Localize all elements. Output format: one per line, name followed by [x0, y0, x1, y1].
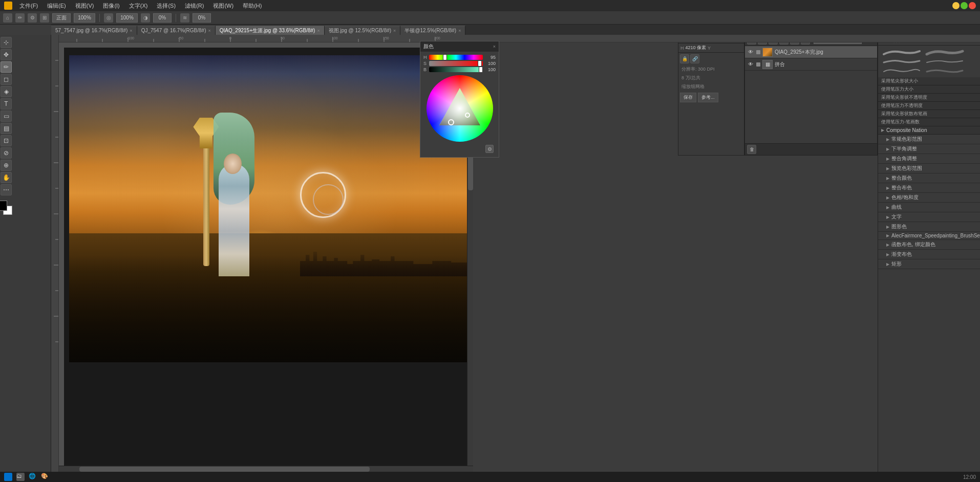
brush-item-2[interactable]: ▶ 下半角调整: [878, 144, 980, 154]
menu-file[interactable]: 文件(F): [15, 1, 42, 11]
menu-help[interactable]: 帮助(H): [239, 1, 266, 11]
tool-brush[interactable]: ✏: [1, 61, 12, 73]
brush-item-4[interactable]: ▶ 预览色彩范围: [878, 164, 980, 173]
menu-window[interactable]: 视图(W): [209, 1, 238, 11]
blend-mode-input[interactable]: [52, 13, 71, 23]
flow-icon[interactable]: ≋: [180, 13, 189, 23]
stroke-preview-6[interactable]: [924, 67, 965, 75]
close-button[interactable]: [969, 2, 976, 9]
brush-item-6[interactable]: ▶ 整合布色: [878, 183, 980, 193]
opacity-input[interactable]: [153, 13, 172, 23]
tab-3[interactable]: QIAQ_29215+生涯.jpg @ 33.6%(RGB/8#) ×: [216, 26, 325, 35]
trash-layer-btn[interactable]: 🗑: [747, 145, 756, 154]
tool-move[interactable]: ✥: [1, 49, 12, 60]
sat-thumb[interactable]: [478, 60, 482, 67]
stroke-preview-2[interactable]: [924, 48, 965, 56]
tab-5[interactable]: 半顿@12.5%(RGB/8#) ×: [400, 26, 465, 35]
color-panel-close[interactable]: ×: [493, 44, 496, 49]
tool-eyedrop[interactable]: ⊘: [1, 147, 12, 159]
brightness-slider[interactable]: [429, 67, 483, 72]
brush-link-btn[interactable]: 🔗: [690, 54, 699, 63]
save-btn[interactable]: 保存: [680, 93, 696, 102]
taskbar-krita[interactable]: 🎨: [41, 473, 49, 481]
layer-row-2[interactable]: 👁 ▦ 拼合: [745, 58, 877, 71]
brush-item-8[interactable]: ▶ 曲线: [878, 203, 980, 212]
size-percent-input[interactable]: [116, 13, 138, 23]
layer-row-1[interactable]: 👁 QIAQ_2925+本完.jpg: [745, 46, 877, 58]
tab-1-close[interactable]: ×: [130, 28, 132, 33]
tool-home-icon[interactable]: ⌂: [3, 13, 12, 23]
tool-select[interactable]: ⊹: [1, 37, 12, 48]
layer-2-visibility[interactable]: 👁: [747, 61, 754, 68]
tab-3-close[interactable]: ×: [317, 28, 319, 33]
hue-slider[interactable]: [429, 55, 483, 60]
flow-input[interactable]: [193, 13, 211, 23]
wheel-cursor[interactable]: [465, 113, 470, 118]
stroke-preview-1[interactable]: [881, 48, 922, 56]
tool-fill[interactable]: ◈: [1, 86, 12, 97]
layer-1-visibility[interactable]: 👁: [747, 49, 754, 56]
brush-item-5[interactable]: ▶ 整合颜色: [878, 173, 980, 183]
tool-pencil-icon[interactable]: ✏: [15, 13, 25, 23]
tool-settings-icon[interactable]: ⚙: [28, 13, 37, 23]
menu-edit[interactable]: 编辑(E): [43, 1, 70, 11]
brush-size-icon[interactable]: ◎: [104, 13, 113, 23]
svg-marker-34: [439, 88, 480, 125]
start-btn[interactable]: [4, 473, 12, 481]
horizontal-scrollbar[interactable]: [59, 466, 473, 472]
brush-item-3[interactable]: ▶ 整合角调整: [878, 154, 980, 164]
tool-text[interactable]: T: [1, 98, 12, 109]
menu-image[interactable]: 图像(I): [99, 1, 123, 11]
tab-5-close[interactable]: ×: [458, 28, 461, 33]
taskbar-explorer[interactable]: 🗂: [16, 473, 25, 481]
brush-item-13[interactable]: ▶ 渐变布色: [878, 250, 980, 259]
maximize-button[interactable]: [961, 2, 968, 9]
hue-thumb[interactable]: [443, 54, 447, 60]
color-wheel[interactable]: [427, 75, 493, 142]
saturation-slider[interactable]: [429, 61, 483, 66]
brush-item-7[interactable]: ▶ 色相/饱和度: [878, 193, 980, 203]
menu-text[interactable]: 文字(X): [125, 1, 152, 11]
minimize-button[interactable]: [952, 2, 960, 9]
tool-gradient[interactable]: ▤: [1, 123, 12, 134]
foreground-color-swatch[interactable]: [0, 201, 7, 211]
color-wheel-container[interactable]: [427, 75, 493, 142]
tool-zoom[interactable]: ⊕: [1, 160, 12, 171]
tab-1[interactable]: 57_7547.jpg @ 16.7%(RGB/8#) ×: [51, 26, 137, 35]
stroke-preview-3[interactable]: [881, 57, 922, 65]
menu-filter[interactable]: 滤镜(R): [181, 1, 208, 11]
brush-list-scroll[interactable]: ▶ 常规色彩范围 ▶ 下半角调整 ▶ 整合角调整 ▶ 预览色彩范围 ▶ 整合颜色…: [878, 135, 980, 472]
reference-btn[interactable]: 参考...: [698, 93, 718, 102]
h-scrollbar-thumb[interactable]: [79, 467, 369, 472]
brush-lock-btn[interactable]: 🔒: [680, 54, 689, 63]
color-panel-header[interactable]: 颜色 ×: [420, 41, 499, 52]
canvas-area[interactable]: [59, 42, 473, 472]
tab-2-close[interactable]: ×: [208, 28, 211, 33]
menu-select[interactable]: 选择(S): [153, 1, 180, 11]
tab-4[interactable]: 视图.jpg @ 12.5%(RGB/8#) ×: [325, 26, 401, 35]
brush-item-9[interactable]: ▶ 文字: [878, 212, 980, 222]
tool-more[interactable]: ⋯: [1, 184, 12, 195]
stroke-preview-5[interactable]: [881, 67, 922, 75]
brush-item-12[interactable]: ▶ 函数布色, 绑定颜色: [878, 240, 980, 250]
brush-item-14[interactable]: ▶ 矩形: [878, 259, 980, 269]
bri-thumb[interactable]: [479, 67, 483, 73]
section-header-general[interactable]: ▶ Composite Nation: [878, 126, 980, 135]
opacity-icon[interactable]: ◑: [141, 13, 150, 23]
stroke-preview-4[interactable]: [924, 57, 965, 65]
tool-flow-icon[interactable]: ⊞: [40, 13, 49, 23]
zoom-input[interactable]: [74, 13, 95, 23]
menu-view[interactable]: 视图(V): [71, 1, 98, 11]
tool-shape[interactable]: ▭: [1, 111, 12, 122]
color-settings-btn[interactable]: ⚙: [485, 145, 494, 153]
tool-eraser[interactable]: ◻: [1, 74, 12, 85]
tab-4-close[interactable]: ×: [393, 28, 396, 33]
tool-hand[interactable]: ✋: [1, 172, 12, 183]
taskbar-chrome[interactable]: 🌐: [29, 473, 37, 481]
brush-item-1[interactable]: ▶ 常规色彩范围: [878, 135, 980, 144]
tool-crop[interactable]: ⊡: [1, 135, 12, 146]
brush-item-11[interactable]: ▶ AlecFairmore_Speedpainting_BrushSet: [878, 232, 980, 240]
windows-taskbar: 🗂 🌐 🎨 12:00: [0, 472, 980, 482]
tab-2[interactable]: QJ_7547 @ 16.7%(RGB/8#) ×: [137, 26, 216, 35]
brush-item-10[interactable]: ▶ 图形色: [878, 222, 980, 232]
